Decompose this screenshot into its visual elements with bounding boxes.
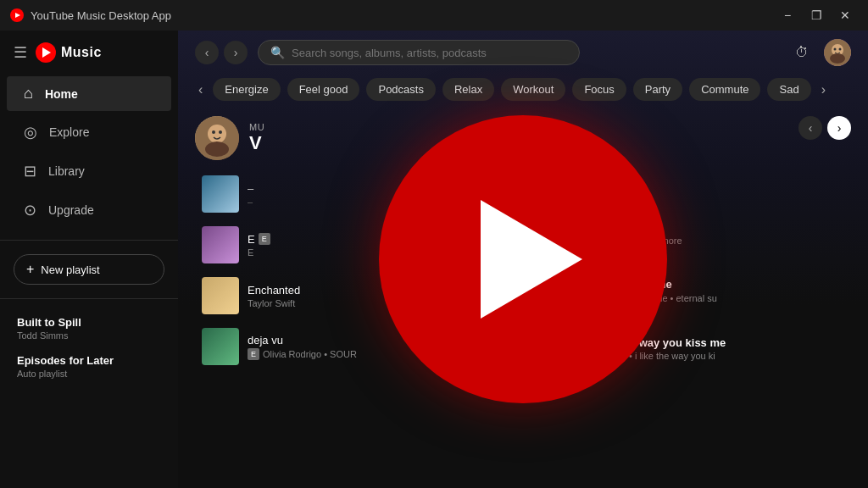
featured-artist: MU V (195, 116, 517, 160)
playlist-title-2: Episodes for Later (17, 354, 161, 367)
top-bar: ‹ › 🔍 ⏱ (178, 30, 868, 75)
rec-track-sub-1: Adele • 25 (592, 178, 844, 188)
sidebar-home-label: Home (45, 87, 78, 101)
sidebar-item-library[interactable]: ⊟ Library (7, 153, 171, 189)
track-artist-4: E Olivia Rodrigo • SOUR (248, 348, 510, 360)
rec-track-title-1: Hello (592, 164, 844, 176)
chips-prev-button[interactable]: ‹ (195, 79, 206, 101)
panel-prev-button[interactable]: ‹ (798, 116, 822, 140)
artist-avatar-inner (195, 116, 239, 160)
rec-track-title-3: the boy is mine (592, 278, 844, 291)
new-playlist-label: New playlist (41, 263, 99, 276)
back-button[interactable]: ‹ (195, 41, 219, 64)
chip-commute[interactable]: Commute (689, 78, 760, 101)
rec-track-title-2: Still into You (592, 221, 844, 234)
rec-track-sub-2: Paramore • Paramore (592, 236, 844, 246)
track-title-3: Enchanted (248, 284, 510, 297)
maximize-button[interactable]: ❐ (804, 5, 829, 25)
close-button[interactable]: ✕ (832, 5, 858, 25)
chip-focus[interactable]: Focus (572, 78, 626, 101)
user-avatar (824, 39, 851, 66)
explicit-badge-rec3: E (592, 292, 604, 304)
track-item-2[interactable]: E E E (195, 221, 517, 269)
sidebar-explore-label: Explore (49, 125, 89, 139)
track-item-3[interactable]: Enchanted Taylor Swift (195, 272, 517, 319)
plus-icon: + (26, 262, 34, 277)
sidebar-divider-2 (0, 298, 178, 299)
history-button[interactable]: ⏱ (788, 39, 815, 66)
svg-point-10 (219, 130, 222, 134)
rec-track-info-1: Hello Adele • 25 (592, 164, 844, 188)
rec-track-title-4: i like the way you kiss me (592, 336, 844, 349)
track-info-2: E E E (248, 233, 510, 258)
home-icon: ⌂ (24, 85, 33, 103)
hamburger-icon[interactable]: ☰ (14, 43, 27, 62)
track-artist-2: E (248, 247, 510, 258)
sidebar-item-upgrade[interactable]: ⊙ Upgrade (7, 192, 171, 228)
queue-panel: MU V – – (195, 116, 517, 480)
sidebar-divider (0, 240, 178, 241)
new-playlist-button[interactable]: + New playlist (14, 254, 164, 285)
svg-point-9 (212, 130, 215, 134)
playlist-item-built-to-spill[interactable]: Built to Spill Todd Simms (0, 309, 178, 347)
title-bar-left: YouTube Music Desktop App (10, 8, 171, 22)
svg-point-5 (839, 48, 842, 51)
search-icon: 🔍 (270, 46, 285, 59)
top-bar-actions: ⏱ (788, 39, 851, 66)
track-thumb-4 (202, 328, 239, 365)
explicit-badge-4: E (248, 348, 259, 360)
yt-music-logo[interactable]: Music (36, 42, 102, 63)
nav-arrows: ‹ › (195, 41, 248, 64)
explore-icon: ◎ (24, 123, 37, 141)
track-thumb-2 (202, 226, 239, 263)
rec-thumb-3 (541, 270, 581, 311)
rec-track-2[interactable]: Still into You Paramore • Paramore (534, 208, 851, 258)
track-item-4[interactable]: deja vu E Olivia Rodrigo • SOUR (195, 323, 517, 370)
chip-feel-good[interactable]: Feel good (287, 78, 360, 101)
minimize-button[interactable]: − (775, 5, 800, 25)
title-bar: YouTube Music Desktop App − ❐ ✕ (0, 0, 868, 30)
chips-next-button[interactable]: › (818, 79, 829, 101)
rec-track-1[interactable]: Hello Adele • 25 (534, 150, 851, 201)
track-artist-3: Taylor Swift (248, 298, 510, 308)
playlist-title-1: Built to Spill (17, 316, 161, 329)
rec-track-sub-4: Artemas • i like the way you ki (592, 351, 844, 361)
panel-nav: ‹ › (534, 116, 851, 140)
chip-relax[interactable]: Relax (442, 78, 494, 101)
track-list: – – E E E (195, 170, 517, 370)
sidebar-upgrade-label: Upgrade (48, 203, 94, 217)
panel-next-button[interactable]: › (827, 116, 851, 140)
search-input[interactable] (292, 47, 567, 59)
track-item-1[interactable]: – – (195, 170, 517, 218)
rec-track-sub-3: E Ariana Grande • eternal su (592, 292, 844, 304)
user-avatar-button[interactable] (824, 39, 851, 66)
rec-track-info-2: Still into You Paramore • Paramore (592, 221, 844, 246)
chip-sad[interactable]: Sad (767, 78, 810, 101)
rec-track-info-3: the boy is mine E Ariana Grande • eterna… (592, 278, 844, 304)
search-bar[interactable]: 🔍 (258, 40, 580, 65)
window-controls: − ❐ ✕ (775, 5, 858, 25)
playlist-item-episodes[interactable]: Episodes for Later Auto playlist (0, 347, 178, 385)
app-body: ☰ Music ⌂ Home ◎ Explore ⊟ Library ⊙ Upg… (0, 30, 868, 488)
track-thumb-3 (202, 277, 239, 314)
rec-thumb-4 (541, 328, 581, 369)
rec-thumb-1 (541, 155, 581, 196)
artist-avatar (195, 116, 239, 160)
chip-workout[interactable]: Workout (501, 78, 565, 101)
rec-track-4[interactable]: i like the way you kiss me Artemas • i l… (534, 323, 851, 374)
chip-party[interactable]: Party (633, 78, 682, 101)
yt-music-text: Music (61, 45, 102, 60)
forward-button[interactable]: › (224, 41, 248, 64)
chip-energize[interactable]: Energize (213, 78, 280, 101)
sidebar-header: ☰ Music (0, 30, 178, 75)
rec-thumb-2 (541, 213, 581, 253)
chip-podcasts[interactable]: Podcasts (366, 78, 435, 101)
sidebar-item-home[interactable]: ⌂ Home (7, 76, 171, 111)
rec-track-3[interactable]: the boy is mine E Ariana Grande • eterna… (534, 265, 851, 316)
library-icon: ⊟ (24, 162, 36, 180)
app-icon (10, 8, 24, 22)
sidebar-item-explore[interactable]: ◎ Explore (7, 114, 171, 150)
upgrade-icon: ⊙ (24, 201, 36, 219)
rec-track-info-4: i like the way you kiss me Artemas • i l… (592, 336, 844, 361)
yt-play-triangle (42, 47, 51, 58)
